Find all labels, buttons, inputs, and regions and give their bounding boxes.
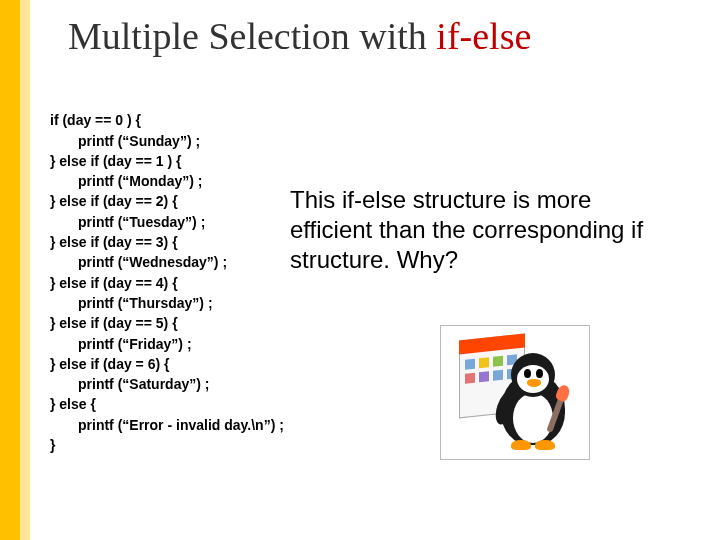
clipart-image [440, 325, 590, 460]
code-line: } else if (day == 4) { [50, 275, 178, 291]
code-line: } else if (day == 3) { [50, 234, 178, 250]
code-line: } else if (day == 5) { [50, 315, 178, 331]
code-line: } else if (day == 2) { [50, 193, 178, 209]
code-block: if (day == 0 ) { printf (“Sunday”) ; } e… [50, 90, 284, 455]
code-line: } else { [50, 396, 96, 412]
slide-title: Multiple Selection with if-else [68, 14, 531, 58]
code-line: printf (“Friday”) ; [50, 334, 192, 354]
code-line: } else if (day == 1 ) { [50, 153, 182, 169]
accent-stripe-inner [20, 0, 30, 540]
code-line: printf (“Thursday”) ; [50, 293, 213, 313]
title-keyword: if-else [436, 15, 531, 57]
code-line: if (day == 0 ) { [50, 112, 141, 128]
code-line: printf (“Saturday”) ; [50, 374, 209, 394]
penguin-painter-icon [455, 335, 575, 450]
code-line: printf (“Wednesday”) ; [50, 252, 227, 272]
code-line: printf (“Tuesday”) ; [50, 212, 205, 232]
code-line: } else if (day = 6) { [50, 356, 169, 372]
title-prefix: Multiple Selection with [68, 15, 436, 57]
code-line: printf (“Monday”) ; [50, 171, 202, 191]
code-line: } [50, 437, 55, 453]
accent-stripe-outer [0, 0, 20, 540]
code-line: printf (“Error - invalid day.\n”) ; [50, 415, 284, 435]
code-line: printf (“Sunday”) ; [50, 131, 200, 151]
explanation-text: This if-else structure is more efficient… [290, 185, 670, 275]
